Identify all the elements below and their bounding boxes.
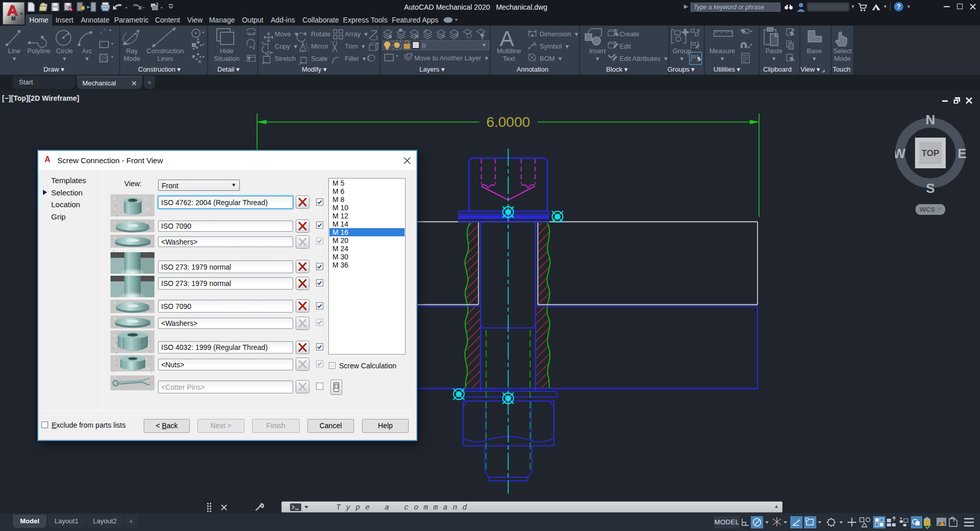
svg-text:N: N [926,115,936,127]
svg-text:W: W [895,146,906,161]
svg-text:WCS: WCS [920,206,936,213]
svg-text:6.0000: 6.0000 [486,114,530,130]
svg-text:S: S [926,181,934,196]
svg-text:TOP: TOP [922,148,940,158]
svg-text:E: E [957,146,966,161]
